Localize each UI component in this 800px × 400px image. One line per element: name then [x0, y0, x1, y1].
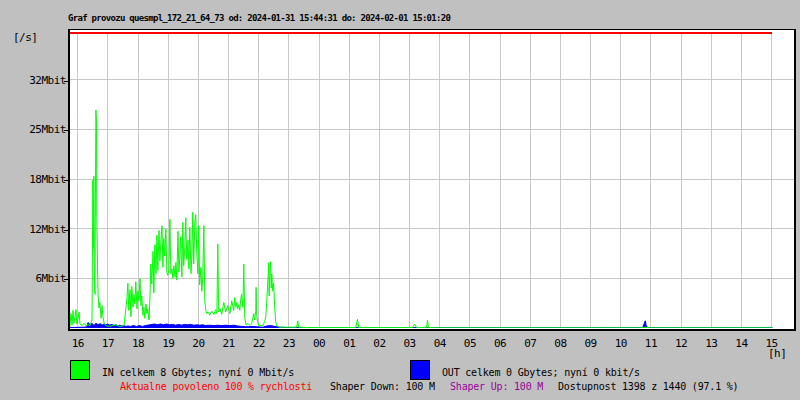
x-tick-label: 11: [636, 338, 666, 350]
in-legend-swatch: [70, 360, 90, 380]
y-axis-unit-label: [/s]: [13, 31, 38, 44]
shaper-up-status: Shaper Up: 100 M: [450, 381, 543, 392]
y-axis-tick: [64, 180, 69, 181]
x-tick-label: 19: [153, 338, 183, 350]
x-tick-label: 09: [576, 338, 606, 350]
availability-status: Dostupnost 1398 z 1440 (97.1 %): [558, 381, 738, 392]
traffic-graph-page: { "header": { "title": "Graf provozu que…: [0, 0, 800, 400]
in-series: [70, 110, 772, 328]
y-tick-label: 6Mbit: [0, 273, 66, 285]
x-tick-label: 10: [606, 338, 636, 350]
x-tick-label: 16: [63, 338, 93, 350]
y-tick-label: 25Mbit: [0, 124, 66, 136]
x-tick-label: 02: [364, 338, 394, 350]
x-tick-label: 08: [545, 338, 575, 350]
y-axis-tick: [64, 230, 69, 231]
shaper-down-status: Shaper Down: 100 M: [330, 381, 435, 392]
y-tick-label: 12Mbit: [0, 224, 66, 236]
y-axis-tick: [64, 81, 69, 82]
plot-frame: [68, 29, 796, 331]
y-tick-label: 18Mbit: [0, 174, 66, 186]
x-tick-label: 13: [696, 338, 726, 350]
out-legend-swatch: [410, 360, 430, 380]
graph-title: Graf provozu quesmpl_172_21_64_73 od: 20…: [68, 13, 450, 23]
out-legend-label: OUT celkem 0 Gbytes; nyní 0 kbit/s: [442, 367, 640, 378]
plot-area: [70, 30, 794, 328]
out-series: [70, 321, 772, 328]
x-tick-label: 14: [726, 338, 756, 350]
x-tick-label: 21: [214, 338, 244, 350]
x-tick-label: 00: [304, 338, 334, 350]
x-tick-label: 06: [485, 338, 515, 350]
x-tick-label: 12: [666, 338, 696, 350]
x-tick-label: 23: [274, 338, 304, 350]
x-tick-label: 05: [455, 338, 485, 350]
x-tick-label: 03: [395, 338, 425, 350]
x-tick-label: 17: [93, 338, 123, 350]
x-tick-label: 07: [515, 338, 545, 350]
x-tick-label: 20: [183, 338, 213, 350]
x-tick-label: 22: [244, 338, 274, 350]
y-axis-tick: [64, 130, 69, 131]
y-tick-label: 32Mbit: [0, 75, 66, 87]
x-tick-label: 01: [334, 338, 364, 350]
x-tick-label: 15: [757, 338, 787, 350]
x-tick-label: 18: [123, 338, 153, 350]
y-axis-tick: [64, 279, 69, 280]
allowed-speed-status: Aktualne povoleno 100 % rychlosti: [120, 381, 312, 392]
in-legend-label: IN celkem 8 Gbytes; nyní 0 Mbit/s: [102, 367, 294, 378]
x-tick-label: 04: [425, 338, 455, 350]
